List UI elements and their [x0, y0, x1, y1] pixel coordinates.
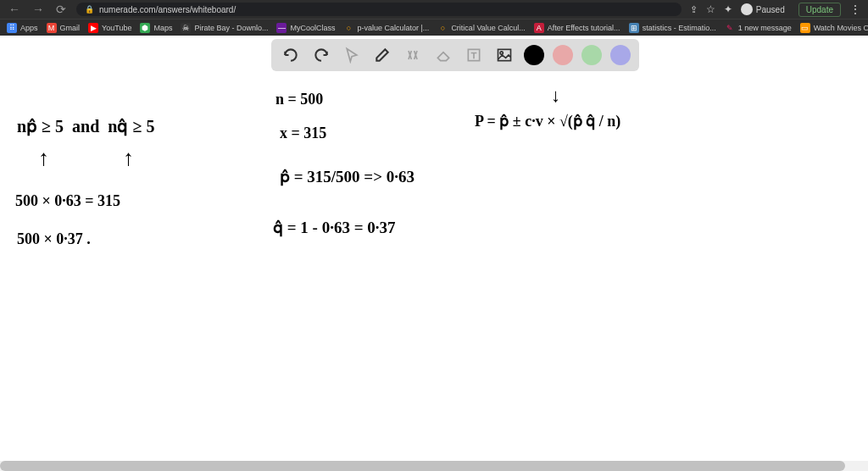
bookmark-movies[interactable]: ▭ Watch Movies Onli...	[800, 23, 868, 33]
hw-right-arrow: ↓	[551, 85, 560, 107]
hw-phat: p̂ = 315/500 => 0·63	[280, 167, 415, 186]
reload-button[interactable]: ⟳	[54, 3, 68, 16]
address-bar[interactable]: 🔒 numerade.com/answers/whiteboard/	[76, 3, 682, 16]
bookmark-youtube[interactable]: ▶ YouTube	[88, 23, 131, 33]
share-icon[interactable]: ⇪	[690, 4, 698, 15]
menu-icon[interactable]: ⋮	[849, 3, 861, 16]
bookmark-pirate[interactable]: ☠ Pirate Bay - Downlo...	[181, 23, 268, 33]
hw-calc1: 500 × 0·63 = 315	[15, 192, 120, 210]
pvalue-icon: ○	[343, 23, 353, 33]
apps-icon: ⠿	[7, 23, 17, 33]
pointer-tool[interactable]	[341, 44, 363, 66]
mycool-icon: —	[276, 23, 287, 33]
color-purple[interactable]	[610, 45, 631, 65]
image-tool[interactable]	[493, 44, 515, 66]
browser-chrome: ← → ⟳ 🔒 numerade.com/answers/whiteboard/…	[0, 0, 868, 36]
color-black[interactable]	[524, 45, 544, 65]
color-green[interactable]	[581, 45, 602, 65]
scrollbar-thumb[interactable]	[0, 461, 845, 471]
hw-arrow1: ↑	[38, 146, 49, 171]
profile-badge[interactable]: Paused	[741, 3, 785, 15]
lock-icon: 🔒	[85, 5, 94, 14]
bookmark-mycool[interactable]: — MyCoolClass	[276, 23, 335, 33]
math-tool[interactable]	[402, 44, 424, 66]
url-text: numerade.com/answers/whiteboard/	[99, 5, 236, 14]
bookmark-gmail[interactable]: M Gmail	[47, 23, 81, 33]
eraser-tool[interactable]	[432, 44, 454, 66]
avatar-icon	[741, 3, 753, 15]
whiteboard-canvas[interactable]: np̂ ≥ 5 and nq̂ ≥ 5 ↑ ↑ 500 × 0·63 = 315…	[0, 36, 868, 471]
newmsg-icon: ✎	[725, 23, 735, 33]
extensions-icon[interactable]: ✦	[724, 3, 732, 15]
hw-qhat: q̂ = 1 - 0·63 = 0·37	[273, 218, 395, 237]
horizontal-scrollbar[interactable]	[0, 461, 868, 471]
back-button[interactable]: ←	[7, 3, 22, 16]
whiteboard-toolbar	[271, 39, 639, 71]
hw-arrow2: ↑	[123, 146, 134, 171]
profile-state: Paused	[756, 5, 785, 14]
bookmark-pvalue[interactable]: ○ p-value Calculator |...	[343, 23, 429, 33]
url-bar: ← → ⟳ 🔒 numerade.com/answers/whiteboard/…	[0, 0, 868, 19]
critical-icon: ○	[437, 23, 448, 33]
pen-tool[interactable]	[371, 44, 393, 66]
hw-x: x = 315	[280, 125, 326, 142]
youtube-icon: ▶	[88, 23, 98, 33]
browser-right-controls: ⇪ ☆ ✦ Paused Update ⋮	[690, 3, 861, 17]
bookmark-statistics[interactable]: ⊞ statistics - Estimatio...	[629, 23, 716, 33]
color-red[interactable]	[553, 45, 573, 65]
bookmark-critical[interactable]: ○ Critical Value Calcul...	[437, 23, 525, 33]
pirate-icon: ☠	[181, 23, 191, 33]
maps-icon: ⬢	[140, 23, 150, 33]
forward-button[interactable]: →	[31, 3, 46, 16]
hw-calc2: 500 × 0·37 .	[17, 230, 91, 248]
statistics-icon: ⊞	[629, 23, 639, 33]
bookmark-maps[interactable]: ⬢ Maps	[140, 23, 172, 33]
hw-formula: P = p̂ ± c·v × √(p̂ q̂ / n)	[475, 112, 620, 130]
redo-button[interactable]	[310, 44, 332, 66]
bookmark-aftereffects[interactable]: A After Effects tutorial...	[534, 23, 620, 33]
update-button[interactable]: Update	[798, 3, 841, 17]
movies-icon: ▭	[800, 23, 810, 33]
undo-button[interactable]	[280, 44, 302, 66]
bookmark-star-icon[interactable]: ☆	[706, 3, 715, 15]
aftereffects-icon: A	[534, 23, 544, 33]
text-tool[interactable]	[463, 44, 485, 66]
bookmark-newmsg[interactable]: ✎ 1 new message	[725, 23, 792, 33]
hw-condition: np̂ ≥ 5 and nq̂ ≥ 5	[17, 116, 154, 136]
hw-n: n = 500	[275, 91, 323, 108]
bookmarks-bar: ⠿ Apps M Gmail ▶ YouTube ⬢ Maps ☠ Pirate…	[0, 19, 868, 36]
svg-point-2	[500, 52, 503, 54]
gmail-icon: M	[47, 23, 57, 33]
bookmark-apps[interactable]: ⠿ Apps	[7, 23, 38, 33]
